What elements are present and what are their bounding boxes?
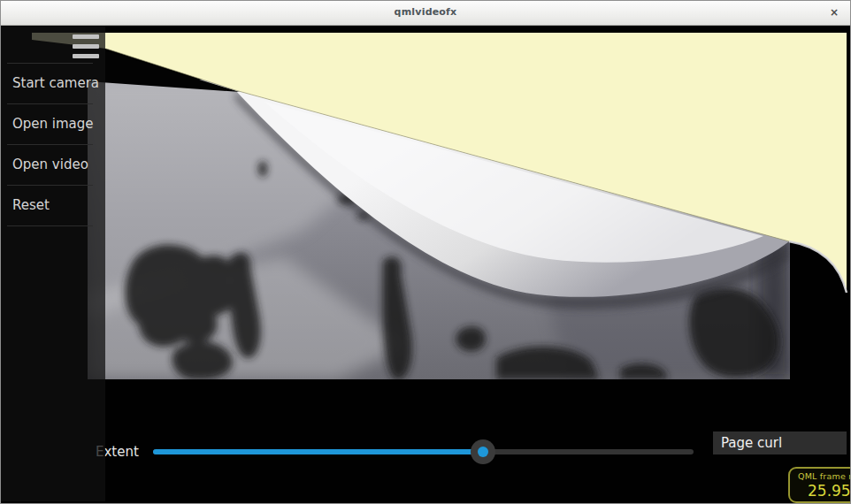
sidebar-item-start-camera[interactable]: Start camera (7, 63, 93, 103)
sidebar-item-reset[interactable]: Reset (7, 185, 93, 226)
slider-fill (153, 449, 483, 454)
menu-button[interactable] (73, 34, 101, 61)
sidebar-item-open-video[interactable]: Open video (7, 144, 93, 185)
fps-value: 25.95 (808, 482, 851, 500)
slider-handle-dot (478, 447, 488, 457)
close-button[interactable]: × (825, 4, 843, 21)
extent-slider[interactable] (153, 446, 694, 458)
sidebar-menu: Start camera Open image Open video Reset (7, 63, 93, 226)
sidebar-item-open-image[interactable]: Open image (7, 103, 93, 144)
slider-handle[interactable] (471, 439, 495, 464)
effect-selector-button[interactable]: Page curl (713, 431, 847, 454)
parameter-controls: Extent Page curl QML frame r... 25.95 (1, 26, 850, 503)
window-title: qmlvideofx (1, 6, 850, 18)
hamburger-icon (73, 34, 101, 58)
sidebar: Start camera Open image Open video Reset (1, 26, 105, 501)
app-window: qmlvideofx × (0, 0, 851, 504)
fps-indicator: QML frame r... 25.95 (788, 467, 851, 503)
titlebar: qmlvideofx × (1, 1, 850, 26)
app-area: Extent Page curl QML frame r... 25.95 St… (1, 26, 850, 503)
fps-label: QML frame r... (798, 471, 851, 481)
close-icon: × (830, 6, 839, 19)
